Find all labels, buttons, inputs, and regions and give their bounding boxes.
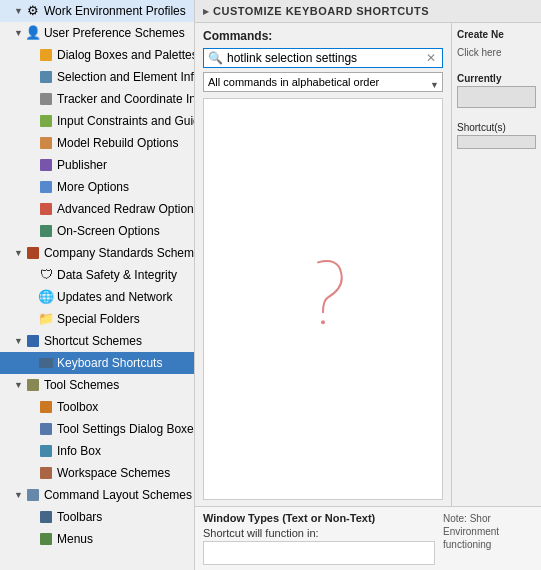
sidebar-item-label: Tool Settings Dialog Boxes bbox=[57, 420, 194, 438]
toggle-icon: ▼ bbox=[14, 486, 23, 504]
toggle-icon: ▼ bbox=[14, 376, 23, 394]
sidebar-item-command-layout[interactable]: ▼Command Layout Schemes bbox=[0, 484, 194, 506]
sidebar-item-label: Shortcut Schemes bbox=[44, 332, 142, 350]
sidebar-item-tracker[interactable]: Tracker and Coordinate Input bbox=[0, 88, 194, 110]
panel-header-triangle: ▶ bbox=[203, 7, 209, 16]
folder-icon: 📁 bbox=[38, 311, 54, 327]
shortcut-function-input[interactable] bbox=[203, 541, 435, 565]
sidebar-item-workspace-schemes[interactable]: Workspace Schemes bbox=[0, 462, 194, 484]
sidebar-item-tool-settings[interactable]: Tool Settings Dialog Boxes bbox=[0, 418, 194, 440]
sidebar-item-more-options[interactable]: More Options bbox=[0, 176, 194, 198]
sidebar-item-label: Tracker and Coordinate Input bbox=[57, 90, 194, 108]
sidebar-item-toolbars[interactable]: Toolbars bbox=[0, 506, 194, 528]
selection-icon bbox=[38, 69, 54, 85]
tool-icon bbox=[25, 377, 41, 393]
commands-label: Commands: bbox=[203, 29, 443, 43]
sidebar-item-label: Updates and Network bbox=[57, 288, 172, 306]
sidebar-item-tool-schemes[interactable]: ▼Tool Schemes bbox=[0, 374, 194, 396]
sidebar-item-shortcut-schemes[interactable]: ▼Shortcut Schemes bbox=[0, 330, 194, 352]
toolbox-icon bbox=[38, 399, 54, 415]
bottom-row: Window Types (Text or Non-Text) Shortcut… bbox=[203, 512, 533, 565]
commands-section: Commands: 🔍 ✕ All commands in alphabetic… bbox=[195, 23, 451, 506]
workspace-icon bbox=[38, 465, 54, 481]
shortcut-function-label: Shortcut will function in: bbox=[203, 527, 435, 539]
sidebar-item-updates[interactable]: 🌐Updates and Network bbox=[0, 286, 194, 308]
publisher-icon bbox=[38, 157, 54, 173]
company-icon bbox=[25, 245, 41, 261]
sidebar-item-label: On-Screen Options bbox=[57, 222, 160, 240]
sidebar-item-label: Input Constraints and Guides bbox=[57, 112, 194, 130]
toggle-icon: ▼ bbox=[14, 244, 23, 262]
sidebar-item-label: Tool Schemes bbox=[44, 376, 119, 394]
sidebar-item-keyboard-shortcuts[interactable]: Keyboard Shortcuts bbox=[0, 352, 194, 374]
sidebar-item-label: Publisher bbox=[57, 156, 107, 174]
sidebar-item-dialog-boxes[interactable]: Dialog Boxes and Palettes bbox=[0, 44, 194, 66]
sidebar-item-label: Model Rebuild Options bbox=[57, 134, 178, 152]
sidebar: ▼⚙Work Environment Profiles▼👤User Prefer… bbox=[0, 0, 195, 570]
panel-header: ▶ CUSTOMIZE KEYBOARD SHORTCUTS bbox=[195, 0, 541, 23]
sidebar-item-menus[interactable]: Menus bbox=[0, 528, 194, 550]
sidebar-item-label: Special Folders bbox=[57, 310, 140, 328]
keyboard-icon bbox=[38, 355, 54, 371]
onscreen-icon bbox=[38, 223, 54, 239]
rebuild-icon bbox=[38, 135, 54, 151]
sidebar-item-label: Keyboard Shortcuts bbox=[57, 354, 162, 372]
window-types-label: Window Types (Text or Non-Text) bbox=[203, 512, 435, 524]
dropdown-wrapper: All commands in alphabetical order All c… bbox=[203, 72, 443, 98]
sidebar-item-user-pref[interactable]: ▼👤User Preference Schemes bbox=[0, 22, 194, 44]
info-icon bbox=[38, 443, 54, 459]
toggle-icon: ▼ bbox=[14, 332, 23, 350]
commands-list[interactable] bbox=[203, 98, 443, 500]
sidebar-item-info-box[interactable]: Info Box bbox=[0, 440, 194, 462]
empty-state-sketch bbox=[283, 242, 363, 345]
gear-icon: ⚙ bbox=[25, 3, 41, 19]
sidebar-item-label: Dialog Boxes and Palettes bbox=[57, 46, 194, 64]
toggle-icon: ▼ bbox=[14, 2, 23, 20]
bottom-section: Window Types (Text or Non-Text) Shortcut… bbox=[195, 506, 541, 570]
search-input[interactable] bbox=[227, 51, 424, 65]
sidebar-item-label: Work Environment Profiles bbox=[44, 2, 186, 20]
shortcut-icon bbox=[25, 333, 41, 349]
search-box[interactable]: 🔍 ✕ bbox=[203, 48, 443, 68]
settings-dialog-icon bbox=[38, 421, 54, 437]
user-icon: 👤 bbox=[25, 25, 41, 41]
sidebar-item-label: Toolbars bbox=[57, 508, 102, 526]
tracker-icon bbox=[38, 91, 54, 107]
svg-point-0 bbox=[321, 320, 325, 324]
input-icon bbox=[38, 113, 54, 129]
sidebar-item-label: Data Safety & Integrity bbox=[57, 266, 177, 284]
commands-filter-dropdown[interactable]: All commands in alphabetical order All c… bbox=[203, 72, 443, 92]
sidebar-item-label: Toolbox bbox=[57, 398, 98, 416]
sidebar-item-on-screen[interactable]: On-Screen Options bbox=[0, 220, 194, 242]
sidebar-item-data-safety[interactable]: 🛡Data Safety & Integrity bbox=[0, 264, 194, 286]
right-side-panel: Create Ne Click here Currently Shortcut(… bbox=[451, 23, 541, 506]
current-shortcut-box bbox=[457, 86, 536, 108]
sidebar-item-label: Workspace Schemes bbox=[57, 464, 170, 482]
sidebar-item-toolbox[interactable]: Toolbox bbox=[0, 396, 194, 418]
globe-icon: 🌐 bbox=[38, 289, 54, 305]
bottom-note: Note: Shor Environment functioning bbox=[443, 512, 533, 551]
sidebar-item-label: Advanced Redraw Options bbox=[57, 200, 194, 218]
menus-icon bbox=[38, 531, 54, 547]
sidebar-item-model-rebuild[interactable]: Model Rebuild Options bbox=[0, 132, 194, 154]
sidebar-item-special-folders[interactable]: 📁Special Folders bbox=[0, 308, 194, 330]
sidebar-item-label: More Options bbox=[57, 178, 129, 196]
sidebar-item-selection[interactable]: Selection and Element Information bbox=[0, 66, 194, 88]
bottom-left: Window Types (Text or Non-Text) Shortcut… bbox=[203, 512, 435, 565]
sidebar-item-input-constraints[interactable]: Input Constraints and Guides bbox=[0, 110, 194, 132]
shortcuts-label: Shortcut(s) bbox=[457, 122, 536, 133]
sidebar-item-company-standards[interactable]: ▼Company Standards Schemes bbox=[0, 242, 194, 264]
clear-search-button[interactable]: ✕ bbox=[424, 51, 438, 65]
sidebar-item-label: Menus bbox=[57, 530, 93, 548]
sidebar-item-work-env[interactable]: ▼⚙Work Environment Profiles bbox=[0, 0, 194, 22]
sidebar-item-publisher[interactable]: Publisher bbox=[0, 154, 194, 176]
more-icon bbox=[38, 179, 54, 195]
toolbars-icon bbox=[38, 509, 54, 525]
sidebar-item-label: User Preference Schemes bbox=[44, 24, 185, 42]
create-new-note: Click here bbox=[457, 46, 536, 59]
palette-icon bbox=[38, 47, 54, 63]
sidebar-item-advanced-redraw[interactable]: Advanced Redraw Options bbox=[0, 198, 194, 220]
panel-content: Commands: 🔍 ✕ All commands in alphabetic… bbox=[195, 23, 541, 506]
panel-title: CUSTOMIZE KEYBOARD SHORTCUTS bbox=[213, 5, 429, 17]
layout-icon bbox=[25, 487, 41, 503]
